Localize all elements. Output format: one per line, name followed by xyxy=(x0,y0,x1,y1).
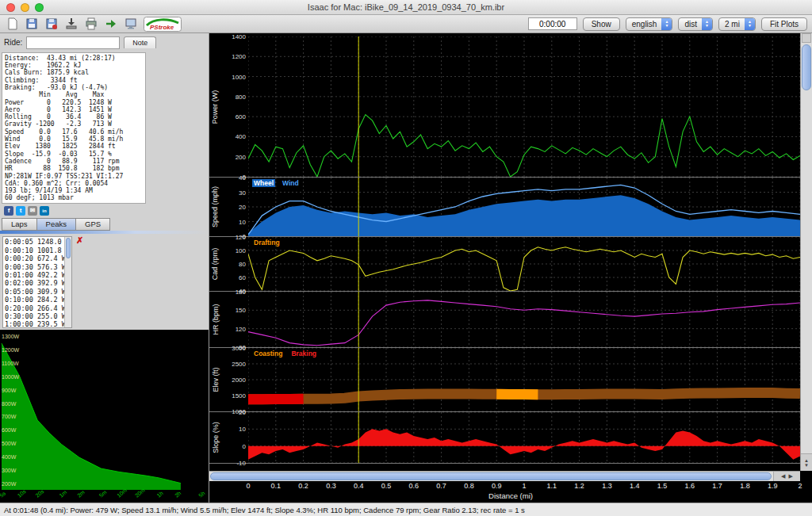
y-tick: 80 xyxy=(239,261,246,268)
peak-row[interactable]: 0:00:20 672.4 W xyxy=(5,254,63,262)
linkedin-icon[interactable]: in xyxy=(40,206,49,216)
peaks-scrollbar-thumb[interactable] xyxy=(66,238,71,258)
time-input[interactable] xyxy=(528,17,577,30)
save-icon[interactable] xyxy=(25,17,39,31)
vertical-scrollbar[interactable]: ▲▼ xyxy=(800,33,812,471)
plot-power[interactable] xyxy=(248,36,800,177)
x-tick: 0.5 xyxy=(381,482,392,490)
window-titlebar: Isaac for Mac: iBike_09_14_2019_0934_70_… xyxy=(0,0,812,15)
left-panel: Ride: Note Distance: 43.43 mi (2:28:17)E… xyxy=(0,33,209,503)
popup-arrows-icon: ▲▼ xyxy=(745,18,755,30)
peak-row[interactable]: 0:30:00 255.0 W xyxy=(5,312,63,320)
peak-row[interactable]: 0:02:00 392.9 W xyxy=(5,279,63,287)
y-axis-ticks-speed: 010203040 xyxy=(221,178,248,236)
peak-row[interactable]: 0:20:00 266.4 W xyxy=(5,304,63,312)
close-peaks-icon[interactable]: ✗ xyxy=(76,236,83,245)
tab-gps[interactable]: GPS xyxy=(75,218,110,231)
y-axis-ticks-cad: 406080100120 xyxy=(221,237,248,291)
peak-row[interactable]: 0:00:10 1001.8 W xyxy=(5,247,63,254)
y-axis-ticks-elev: 10001500200025003000 xyxy=(221,348,248,411)
display-icon[interactable] xyxy=(124,17,138,31)
peaks-scrollbar[interactable] xyxy=(64,237,71,327)
svg-text:1100W: 1100W xyxy=(2,361,19,366)
ride-name-input[interactable] xyxy=(26,36,120,49)
peak-row[interactable]: 0:00:30 576.3 W xyxy=(5,263,63,271)
plot-elev[interactable]: CoastingBraking xyxy=(248,348,800,411)
window-controls xyxy=(0,3,44,12)
vertical-scrollbar-arrows-icon[interactable]: ▲▼ xyxy=(801,453,812,471)
x-tick: 1.2 xyxy=(574,482,584,490)
svg-text:300W: 300W xyxy=(2,468,17,473)
svg-text:700W: 700W xyxy=(2,414,17,419)
x-tick: 1.3 xyxy=(602,482,612,490)
x-tick: 0.2 xyxy=(298,482,308,490)
tab-peaks[interactable]: Peaks xyxy=(36,218,75,231)
horizontal-scrollbar-thumb[interactable] xyxy=(210,472,772,480)
plot-cad[interactable]: Drafting xyxy=(248,237,800,291)
y-axis-label-text: HR (bpm) xyxy=(212,304,220,334)
peak-row[interactable]: 0:00:05 1248.0 W xyxy=(5,238,63,246)
peak-row[interactable]: 0:01:00 492.2 W xyxy=(5,271,63,279)
svg-text:5h: 5h xyxy=(197,490,206,498)
scrollbar-split-box[interactable] xyxy=(802,33,811,43)
save-as-icon[interactable] xyxy=(44,17,59,31)
close-window-button[interactable] xyxy=(6,3,15,12)
status-bar: At 0:01:48 (0.4 mi): Power: 479 W; Speed… xyxy=(0,503,812,516)
twitter-icon[interactable]: t xyxy=(16,206,25,216)
horizontal-scrollbar-arrows-icon[interactable]: ◀▶ xyxy=(773,472,800,481)
plot-speed[interactable]: WheelWind xyxy=(248,178,800,236)
export-icon[interactable] xyxy=(104,17,118,31)
svg-text:PStroke: PStroke xyxy=(150,24,174,31)
legend-cad: Drafting xyxy=(252,239,282,247)
print-icon[interactable] xyxy=(84,17,98,31)
svg-text:1000W: 1000W xyxy=(2,374,20,380)
svg-text:1h: 1h xyxy=(155,490,164,498)
facebook-icon[interactable]: f xyxy=(4,206,13,216)
peaks-list[interactable]: 0:00:05 1248.0 W0:00:10 1001.8 W0:00:20 … xyxy=(2,236,72,328)
share-icons-row: f t ✉ in xyxy=(0,204,209,218)
power-duration-chart[interactable]: 1300W1200W1100W1000W900W800W700W600W500W… xyxy=(0,330,209,503)
new-ride-icon[interactable] xyxy=(5,17,19,31)
import-icon[interactable] xyxy=(64,17,79,31)
peak-row[interactable]: 0:10:00 284.2 W xyxy=(5,296,63,304)
y-tick: 60 xyxy=(239,274,246,281)
email-icon[interactable]: ✉ xyxy=(28,206,37,216)
svg-text:400W: 400W xyxy=(2,454,17,460)
ride-stats-panel: Distance: 43.43 mi (2:28:17)Energy: 1962… xyxy=(2,52,146,204)
status-text: At 0:01:48 (0.4 mi): Power: 479 W; Speed… xyxy=(4,506,525,514)
vertical-scrollbar-thumb[interactable] xyxy=(802,44,811,90)
stats-line: Distance: 43.43 mi (2:28:17) xyxy=(5,55,143,62)
peak-row[interactable]: 0:05:00 309.9 W xyxy=(5,288,63,296)
range-popup[interactable]: 2 mi ▲▼ xyxy=(718,17,756,31)
peak-row[interactable]: 1:00:00 239.5 W xyxy=(5,320,63,328)
y-tick: 20 xyxy=(239,204,246,211)
svg-text:500W: 500W xyxy=(2,441,17,446)
mode-popup[interactable]: dist ▲▼ xyxy=(678,17,713,31)
x-tick: 1.6 xyxy=(685,482,695,490)
x-tick: 0.6 xyxy=(409,482,419,490)
zoom-window-button[interactable] xyxy=(35,3,44,12)
svg-text:1300W: 1300W xyxy=(2,334,20,339)
fit-plots-button[interactable]: Fit Plots xyxy=(761,17,807,31)
stats-line: Power 0 220.5 1248 W xyxy=(5,99,143,106)
stats-line: Cadence 0 88.9 117 rpm xyxy=(5,158,143,165)
y-tick: 600 xyxy=(236,113,246,120)
units-popup[interactable]: english ▲▼ xyxy=(626,17,673,31)
horizontal-scrollbar[interactable]: ◀▶ xyxy=(209,471,800,481)
stats-line: HR 88 150.8 182 bpm xyxy=(5,165,143,172)
y-axis-ticks-hr: 90120150180 xyxy=(221,292,248,347)
y-tick: 1000 xyxy=(232,74,246,81)
panel-slope: Slope (%)-1001020 xyxy=(209,412,800,464)
stats-line: Rolling 0 36.4 86 W xyxy=(5,113,143,120)
svg-text:800W: 800W xyxy=(2,401,17,407)
plot-hr[interactable] xyxy=(248,292,800,347)
note-button[interactable]: Note xyxy=(124,36,156,48)
stats-line: Braking: -93.0 kJ (-4.7%) xyxy=(5,84,143,91)
plot-slope[interactable] xyxy=(248,412,800,463)
x-tick: 1.7 xyxy=(712,482,722,490)
y-tick: 800 xyxy=(236,94,246,101)
minimize-window-button[interactable] xyxy=(21,3,29,12)
tab-laps[interactable]: Laps xyxy=(2,218,36,231)
show-button[interactable]: Show xyxy=(583,17,620,31)
pstroke-logo[interactable]: PStroke xyxy=(144,17,182,32)
